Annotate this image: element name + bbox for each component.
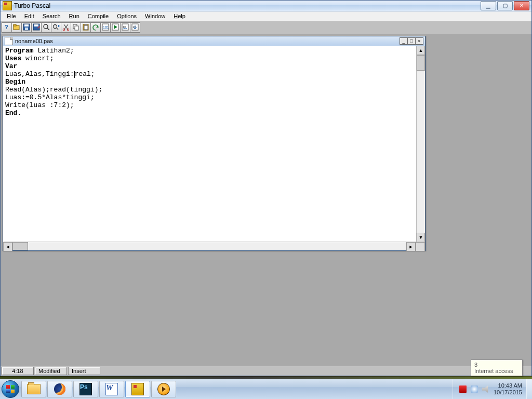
scroll-right-button[interactable]: ► xyxy=(406,242,416,251)
svg-rect-2 xyxy=(14,24,16,26)
titlebar[interactable]: Turbo Pascal ▁ ▢ ✕ xyxy=(1,1,531,11)
help-icon: ? xyxy=(3,23,10,32)
code-line[interactable]: Var xyxy=(5,62,414,70)
toolbar-trace-into-button[interactable]: 10 xyxy=(130,22,140,33)
save-as-icon xyxy=(33,23,40,32)
horizontal-scroll-track[interactable] xyxy=(12,242,406,250)
start-button[interactable] xyxy=(0,379,21,399)
horizontal-scroll-thumb[interactable] xyxy=(12,242,28,250)
menu-search[interactable]: Search xyxy=(38,12,65,20)
code-text: wincrt; xyxy=(21,55,54,62)
taskbar-item-photoshop[interactable]: Ps xyxy=(73,381,98,397)
photoshop-icon: Ps xyxy=(79,383,92,395)
code-text: Latihan2; xyxy=(34,47,74,55)
scroll-down-button[interactable]: ▼ xyxy=(417,233,425,242)
svg-rect-17 xyxy=(84,25,88,30)
menu-help[interactable]: Help xyxy=(169,12,190,20)
app-title: Turbo Pascal xyxy=(14,2,50,9)
tray-network-icon[interactable] xyxy=(471,385,478,393)
child-minimize-button[interactable]: _ xyxy=(400,37,408,45)
editor-titlebar[interactable]: noname00.pas _ □ × xyxy=(3,36,425,46)
show-desktop-button[interactable] xyxy=(526,379,532,399)
toolbar-compile-button[interactable]: 101 xyxy=(100,22,111,33)
firefox-icon xyxy=(54,383,65,395)
keyword: Uses xyxy=(5,55,21,62)
svg-line-11 xyxy=(57,28,58,30)
toolbar-run-button[interactable] xyxy=(110,22,121,33)
code-line[interactable]: Program Latihan2; xyxy=(5,47,414,55)
code-line[interactable]: Luas:=0.5*Alas*tinggi; xyxy=(5,94,414,101)
close-button[interactable]: ✕ xyxy=(514,1,529,10)
menu-options[interactable]: Options xyxy=(113,12,141,20)
taskbar-item-file-explorer[interactable] xyxy=(21,381,46,397)
code-line[interactable]: End. xyxy=(5,109,414,117)
toolbar-paste-button[interactable] xyxy=(81,22,91,33)
svg-text:101: 101 xyxy=(103,25,109,29)
taskbar-item-aimp[interactable] xyxy=(151,381,176,397)
toolbar-step-over-button[interactable]: 10 xyxy=(120,22,130,33)
toolbar-save-button[interactable] xyxy=(21,22,32,33)
menu-compile[interactable]: Compile xyxy=(84,12,113,20)
code-line[interactable]: Begin xyxy=(5,78,414,86)
code-line[interactable]: Write(luas :7:2); xyxy=(5,101,414,109)
app-icon xyxy=(3,1,12,10)
menu-edit[interactable]: Edit xyxy=(20,12,38,20)
svg-rect-15 xyxy=(75,26,78,30)
code-line[interactable]: Luas,Alas,Tinggi:real; xyxy=(5,70,414,78)
clock[interactable]: 10:43 AM 10/17/2015 xyxy=(494,382,523,396)
code-text: Luas,Alas,Tinggi: xyxy=(5,70,74,78)
toolbar-find-again-button[interactable] xyxy=(51,22,61,33)
code-text: Luas:=0.5*Alas*tinggi; xyxy=(5,94,95,101)
file-explorer-icon xyxy=(27,384,41,394)
network-tooltip: 3 Internet access xyxy=(471,360,523,376)
svg-rect-5 xyxy=(25,28,28,30)
keyword: Begin xyxy=(5,78,25,86)
child-close-button[interactable]: × xyxy=(415,37,423,45)
scroll-corner xyxy=(416,242,425,251)
scroll-left-button[interactable]: ◄ xyxy=(3,242,12,251)
status-modified: Modified xyxy=(35,367,67,375)
toolbar-save-as-button[interactable] xyxy=(31,22,42,33)
minimize-button[interactable]: ▁ xyxy=(481,1,496,10)
document-filename: noname00.pas xyxy=(15,38,53,44)
status-insert: Insert xyxy=(68,367,100,375)
toolbar-find-button[interactable] xyxy=(41,22,51,33)
keyword: End. xyxy=(5,109,21,117)
toolbar-cut-button[interactable] xyxy=(61,22,71,33)
vertical-scroll-thumb[interactable] xyxy=(417,55,425,71)
code-text: real; xyxy=(75,70,95,78)
toolbar-open-button[interactable] xyxy=(11,22,22,33)
svg-rect-18 xyxy=(85,24,87,25)
taskbar-item-turbo-pascal[interactable] xyxy=(125,381,150,397)
tray-volume-icon[interactable] xyxy=(482,385,489,393)
toolbar-undo-button[interactable] xyxy=(90,22,101,33)
svg-point-8 xyxy=(44,24,48,29)
code-line[interactable]: Uses wincrt; xyxy=(5,55,414,62)
code-editor[interactable]: Program Latihan2;Uses wincrt;VarLuas,Ala… xyxy=(3,46,416,242)
taskbar-item-firefox[interactable] xyxy=(47,381,72,397)
mdi-client-area: noname00.pas _ □ × Program Latihan2;Uses… xyxy=(1,34,531,366)
tray-flag-icon[interactable] xyxy=(459,385,467,393)
toolbar-copy-button[interactable] xyxy=(71,22,81,33)
step-over-icon: 10 xyxy=(122,23,129,32)
svg-point-10 xyxy=(54,25,57,29)
paste-icon xyxy=(82,23,89,32)
menu-run[interactable]: Run xyxy=(65,12,84,20)
copy-icon xyxy=(72,23,79,32)
vertical-scrollbar[interactable]: ▲ ▼ xyxy=(416,46,425,242)
child-maximize-button[interactable]: □ xyxy=(407,37,416,45)
trace-into-icon: 10 xyxy=(131,23,139,32)
code-line[interactable]: Read(Alas);read(tinggi); xyxy=(5,86,414,94)
maximize-button[interactable]: ▢ xyxy=(497,1,513,10)
horizontal-scrollbar[interactable]: ◄ ► xyxy=(3,242,425,250)
menu-file[interactable]: File xyxy=(3,12,20,20)
find-icon xyxy=(43,23,50,32)
windows-logo-icon xyxy=(2,380,19,398)
taskbar-item-word[interactable]: W xyxy=(99,381,124,397)
toolbar-help-button[interactable]: ? xyxy=(2,22,12,33)
menu-window[interactable]: Window xyxy=(141,12,169,20)
document-icon xyxy=(5,37,13,45)
scroll-up-button[interactable]: ▲ xyxy=(417,46,425,55)
vertical-scroll-track[interactable] xyxy=(417,55,425,233)
statusbar: 4:18 Modified Insert xyxy=(1,366,531,376)
